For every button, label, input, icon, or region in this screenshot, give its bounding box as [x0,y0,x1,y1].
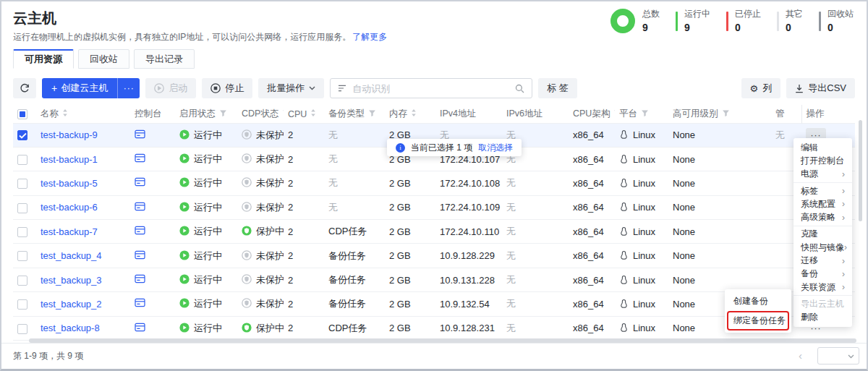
backup-type-value: 备份任务 [328,298,366,309]
backup-type-value: 备份任务 [328,274,366,285]
vm-name-link[interactable]: test-backup-6 [41,202,98,213]
column-header-actions: 操作 [801,105,855,123]
row-checkbox[interactable] [17,299,27,310]
menu-item-tags[interactable]: 标签› [793,184,852,197]
menu-item-migrate[interactable]: 迁移› [793,254,852,267]
batch-actions-button[interactable]: 批量操作 [258,78,324,98]
stat-label: 已停止 [735,9,761,20]
tab-export-records[interactable]: 导出记录 [134,49,195,69]
row-checkbox[interactable] [17,324,27,334]
ipv4-value: 10.9.132.54 [440,299,490,310]
row-checkbox[interactable] [17,155,27,165]
cpu-value: 2 [288,178,293,189]
ha-level-value: None [673,250,695,261]
submenu-arrow-icon: › [844,243,847,252]
protected-shield-icon [242,323,252,333]
menu-item-system-config[interactable]: 系统配置› [793,197,852,210]
export-csv-button[interactable]: 导出CSV [786,78,855,98]
table-header-row: 名称控制台启用状态CDP状态CPU备份类型内存IPv4地址IPv6地址CPU架构… [13,105,855,123]
download-icon [795,84,804,93]
row-checkbox[interactable] [17,251,27,261]
column-header-cdp-state[interactable]: CDP状态 [237,105,284,123]
row-checkbox[interactable] [17,179,27,189]
row-checkbox[interactable] [17,227,27,237]
menu-item-backup[interactable]: 备份› [793,268,852,281]
vm-name-link[interactable]: test_backup_4 [41,250,102,261]
total-donut-icon [610,9,635,33]
platform-value: Linux [633,129,655,140]
console-icon[interactable] [135,177,145,187]
menu-item-snapshot-image[interactable]: 快照与镜像› [793,241,852,254]
menu-item-advanced-policy[interactable]: 高级策略› [793,210,852,223]
console-icon[interactable] [135,250,145,260]
vm-name-link[interactable]: test_backup_3 [41,275,102,286]
stat-stopped: 已停止0 [726,9,761,34]
linux-icon [619,275,629,285]
row-checkbox[interactable] [17,276,27,286]
tag-button[interactable]: 标 签 [538,78,577,98]
backup-type-value: 无 [328,153,338,164]
table-row: test-backup-6运行中未保护2无2 GB172.24.10.109无x… [13,195,855,219]
console-icon[interactable] [135,202,145,211]
console-icon[interactable] [135,153,145,163]
console-icon[interactable] [135,129,145,139]
stat-color-bar [676,12,678,31]
running-status-icon [179,129,190,140]
tab-available-resources[interactable]: 可用资源 [13,49,74,69]
column-header-memory[interactable]: 内存 [385,105,435,123]
menu-item-open-console[interactable]: 打开控制台 [793,154,852,167]
stat-value: 0 [827,21,854,34]
menu-item-clone[interactable]: 克隆 [793,228,852,241]
create-vm-button[interactable]: +创建云主机 [42,78,117,98]
cpu-arch-value: x86_64 [573,226,604,237]
column-header-ha-level[interactable]: 高可用级别 [668,105,771,123]
submenu-item-bind-backup-task[interactable]: 绑定备份任务 [727,311,789,331]
page-size-select[interactable] [817,347,859,364]
menu-item-related-resources[interactable]: 关联资源› [793,281,852,294]
column-header-platform[interactable]: 平台 [615,105,668,123]
column-header-backup-type[interactable]: 备份类型 [324,105,385,123]
vm-name-link[interactable]: test_backup_2 [41,299,102,310]
stat-recycle-bin: 回收站0 [819,9,854,34]
vm-name-link[interactable]: test-backup-5 [41,178,98,189]
select-all-checkbox[interactable] [13,105,36,123]
row-checkbox[interactable] [17,130,27,140]
console-icon[interactable] [135,274,145,283]
column-header-name[interactable]: 名称 [36,105,130,123]
horizontal-scrollbar[interactable] [29,338,856,343]
row-checkbox[interactable] [17,203,27,213]
vm-name-link[interactable]: test-backup-9 [41,129,98,140]
learn-more-link[interactable]: 了解更多 [352,32,387,42]
vertical-scrollbar[interactable] [859,120,862,221]
refresh-button[interactable] [13,78,36,98]
chevron-left-icon[interactable]: ‹ [799,350,802,361]
submenu-item-create-backup[interactable]: 创建备份 [727,291,789,311]
menu-item-delete[interactable]: 删除 [793,311,852,324]
cpu-arch-value: x86_64 [573,250,604,261]
search-input[interactable] [352,83,509,94]
stat-label: 运行中 [684,9,710,20]
console-icon[interactable] [135,323,145,332]
search-icon[interactable] [515,84,524,93]
console-icon[interactable] [135,226,145,235]
stop-button[interactable]: 停止 [202,78,252,98]
vm-name-link[interactable]: test-backup-1 [41,154,98,165]
menu-divider [793,182,852,183]
menu-divider [793,295,852,296]
tab-recycle-bin[interactable]: 回收站 [78,49,129,69]
vm-name-link[interactable]: test-backup-7 [41,226,98,237]
ipv4-value: 10.9.128.231 [440,323,495,333]
columns-button[interactable]: ⚙列 [741,78,781,98]
deselect-link[interactable]: 取消选择 [478,142,513,154]
menu-item-power[interactable]: 电源› [793,168,852,181]
search-box[interactable] [330,78,532,98]
column-header-cpu-arch[interactable]: CPU架构 [569,105,615,123]
column-header-power-state[interactable]: 启用状态 [175,105,237,123]
vm-name-link[interactable]: test_backup-8 [41,323,100,333]
menu-item-edit[interactable]: 编辑 [793,141,852,154]
cloud-vm-page: 云主机 运行在物理机上的虚拟机实例，具有独立的IP地址，可以访问公共网络，运行应… [0,0,868,371]
create-vm-more-button[interactable]: ··· [117,78,140,98]
console-icon[interactable] [135,298,145,307]
column-header-cpu[interactable]: CPU [284,105,324,123]
start-button[interactable]: 启动 [145,78,196,98]
